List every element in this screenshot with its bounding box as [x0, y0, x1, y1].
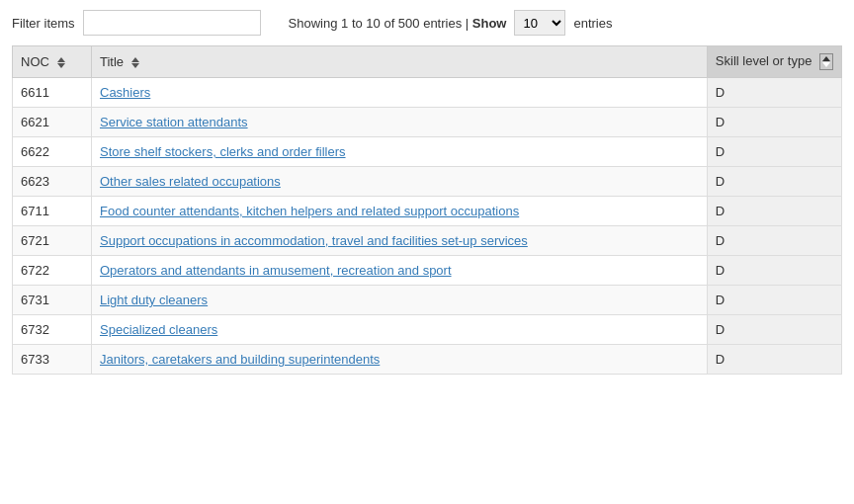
skill-cell: D [707, 78, 841, 108]
title-cell: Operators and attendants in amusement, r… [92, 256, 708, 286]
noc-cell: 6722 [13, 256, 92, 286]
noc-cell: 6721 [13, 226, 92, 256]
title-cell: Specialized cleaners [92, 315, 708, 345]
title-cell: Service station attendants [92, 108, 708, 137]
noc-cell: 6611 [13, 78, 92, 108]
table-row: 6731Light duty cleanersD [13, 286, 842, 315]
skill-cell: D [707, 197, 841, 226]
title-sort-down-icon[interactable] [131, 63, 139, 68]
table-body: 6611CashiersD6621Service station attenda… [13, 78, 842, 375]
table-row: 6733Janitors, caretakers and building su… [13, 345, 842, 375]
showing-text: Showing 1 to 10 of 500 entries | Show [289, 16, 507, 31]
filter-input[interactable] [83, 10, 261, 36]
skill-cell: D [707, 226, 841, 256]
entries-label: entries [573, 16, 612, 31]
title-link[interactable]: Service station attendants [100, 115, 248, 129]
skill-sort-buttons[interactable] [819, 53, 833, 70]
table-row: 6623Other sales related occupationsD [13, 167, 842, 197]
table-row: 6721Support occupations in accommodation… [13, 226, 842, 256]
title-link[interactable]: Food counter attendants, kitchen helpers… [100, 204, 519, 218]
noc-sort-down-icon[interactable] [57, 63, 65, 68]
title-cell: Support occupations in accommodation, tr… [92, 226, 708, 256]
data-table: NOC Title Skill level or type [12, 45, 842, 375]
skill-header: Skill level or type [707, 46, 841, 78]
skill-cell: D [707, 345, 841, 375]
noc-sort-buttons[interactable] [57, 57, 65, 68]
title-header: Title [92, 46, 708, 78]
table-row: 6621Service station attendantsD [13, 108, 842, 137]
skill-cell: D [707, 315, 841, 345]
title-cell: Janitors, caretakers and building superi… [92, 345, 708, 375]
noc-header: NOC [13, 46, 92, 78]
title-cell: Cashiers [92, 78, 708, 108]
title-link[interactable]: Operators and attendants in amusement, r… [100, 263, 452, 278]
title-link[interactable]: Other sales related occupations [100, 174, 281, 189]
main-container: Filter items Showing 1 to 10 of 500 entr… [0, 0, 854, 384]
table-row: 6611CashiersD [13, 78, 842, 108]
top-bar: Filter items Showing 1 to 10 of 500 entr… [12, 10, 842, 36]
skill-cell: D [707, 286, 841, 315]
noc-cell: 6733 [13, 345, 92, 375]
table-row: 6732Specialized cleanersD [13, 315, 842, 345]
noc-sort-up-icon[interactable] [57, 57, 65, 62]
title-cell: Store shelf stockers, clerks and order f… [92, 137, 708, 167]
table-row: 6622Store shelf stockers, clerks and ord… [13, 137, 842, 167]
title-cell: Food counter attendants, kitchen helpers… [92, 197, 708, 226]
title-link[interactable]: Janitors, caretakers and building superi… [100, 352, 380, 367]
table-header-row: NOC Title Skill level or type [13, 46, 842, 78]
table-row: 6722Operators and attendants in amusemen… [13, 256, 842, 286]
title-cell: Other sales related occupations [92, 167, 708, 197]
table-row: 6711Food counter attendants, kitchen hel… [13, 197, 842, 226]
skill-cell: D [707, 256, 841, 286]
entries-select[interactable]: 10 25 50 100 [514, 10, 565, 36]
skill-sort-down-icon[interactable] [822, 62, 830, 67]
title-link[interactable]: Store shelf stockers, clerks and order f… [100, 144, 346, 159]
title-link[interactable]: Specialized cleaners [100, 322, 217, 337]
skill-cell: D [707, 167, 841, 197]
title-cell: Light duty cleaners [92, 286, 708, 315]
title-link[interactable]: Light duty cleaners [100, 293, 208, 307]
skill-cell: D [707, 137, 841, 167]
noc-cell: 6731 [13, 286, 92, 315]
noc-cell: 6711 [13, 197, 92, 226]
noc-cell: 6622 [13, 137, 92, 167]
skill-sort-up-icon[interactable] [822, 56, 830, 61]
title-sort-buttons[interactable] [131, 57, 139, 68]
show-label: Show [472, 16, 507, 31]
skill-cell: D [707, 108, 841, 137]
filter-label: Filter items [12, 16, 75, 31]
title-sort-up-icon[interactable] [131, 57, 139, 62]
noc-cell: 6621 [13, 108, 92, 137]
noc-cell: 6732 [13, 315, 92, 345]
title-link[interactable]: Support occupations in accommodation, tr… [100, 233, 528, 248]
noc-cell: 6623 [13, 167, 92, 197]
title-link[interactable]: Cashiers [100, 85, 150, 100]
